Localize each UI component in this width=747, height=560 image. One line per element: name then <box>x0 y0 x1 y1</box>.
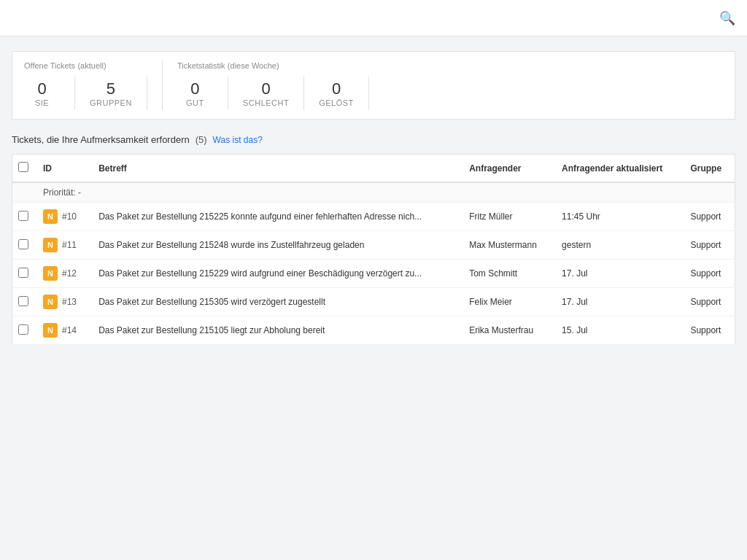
ticket-table: ID Betreff Anfragender Anfragender aktua… <box>12 154 735 345</box>
row-updated-cell-3: 17. Jul <box>553 288 681 316</box>
stat-gruppen-label: GRUPPEN <box>90 98 132 107</box>
row-id-cell: N #13 <box>34 288 90 316</box>
stat-gut-value: 0 <box>190 79 199 98</box>
table-header-row: ID Betreff Anfragender Anfragender aktua… <box>12 155 735 183</box>
row-updated-cell-1: gestern <box>553 231 681 260</box>
row-id-cell: N #11 <box>34 231 90 260</box>
stats-divider <box>162 61 163 110</box>
stat-schlecht-value: 0 <box>261 79 270 98</box>
row-requester-cell-0: Fritz Müller <box>460 203 553 231</box>
col-updated: Anfragender aktualisiert <box>553 155 681 183</box>
ticket-subject-1: Das Paket zur Bestellung 215248 wurde in… <box>98 240 364 250</box>
open-tickets-title: Offene Tickets <box>24 61 75 70</box>
table-row[interactable]: N #12 Das Paket zur Bestellung 215229 wi… <box>12 260 735 288</box>
stat-gruppen: 5 GRUPPEN <box>75 77 147 110</box>
row-group-cell-1: Support <box>681 231 735 260</box>
search-icon[interactable]: 🔍 <box>719 10 735 26</box>
row-checkbox-cell <box>12 260 35 288</box>
stats-row: Offene Tickets (aktuell) 0 SIE 5 GRUPPEN… <box>12 51 735 120</box>
attention-section-header: Tickets, die Ihre Aufmerksamkeit erforde… <box>12 134 735 145</box>
col-requester: Anfragender <box>460 155 553 183</box>
row-subject-cell-4: Das Paket zur Bestellung 215105 liegt zu… <box>90 316 460 345</box>
ticket-stats-title: Ticketstatistik <box>177 61 225 70</box>
ticket-stats-label: Ticketstatistik (diese Woche) <box>177 61 369 71</box>
row-subject-cell-2: Das Paket zur Bestellung 215229 wird auf… <box>90 260 460 288</box>
ticket-id-4: #14 <box>62 325 77 335</box>
row-requester-cell-4: Erika Musterfrau <box>460 316 553 345</box>
row-updated-cell-0: 11:45 Uhr <box>553 203 681 231</box>
main-content: Offene Tickets (aktuell) 0 SIE 5 GRUPPEN… <box>0 36 747 359</box>
stat-sie: 0 SIE <box>24 77 75 110</box>
table-row[interactable]: N #13 Das Paket zur Bestellung 215305 wi… <box>12 288 735 316</box>
ticket-id-3: #13 <box>62 297 77 307</box>
badge-n-0: N <box>43 209 58 224</box>
table-row[interactable]: N #11 Das Paket zur Bestellung 215248 wu… <box>12 231 735 260</box>
stat-gut: 0 GUT <box>177 77 228 110</box>
row-subject-cell-1: Das Paket zur Bestellung 215248 wurde in… <box>90 231 460 260</box>
row-requester-cell-1: Max Mustermann <box>460 231 553 260</box>
row-checkbox-0[interactable] <box>18 211 28 221</box>
ticket-stats-section: Ticketstatistik (diese Woche) 0 GUT 0 SC… <box>177 61 369 110</box>
ticket-id-2: #12 <box>62 268 77 279</box>
ticket-stats-sublabel: (diese Woche) <box>228 61 279 70</box>
ticket-subject-0: Das Paket zur Bestellung 215225 konnte a… <box>98 211 422 222</box>
top-bar: 🔍 <box>0 0 747 36</box>
row-checkbox-cell <box>12 316 35 345</box>
stat-schlecht: 0 SCHLECHT <box>228 77 304 110</box>
priority-row: Priorität: - <box>12 182 735 203</box>
col-id: ID <box>34 155 90 183</box>
open-tickets-section: Offene Tickets (aktuell) 0 SIE 5 GRUPPEN <box>24 61 147 110</box>
ticket-id-0: #10 <box>62 211 77 222</box>
badge-n-3: N <box>43 295 58 309</box>
col-group: Gruppe <box>681 155 735 183</box>
col-checkbox <box>12 155 35 183</box>
ticket-subject-4: Das Paket zur Bestellung 215105 liegt zu… <box>98 325 325 335</box>
row-checkbox-3[interactable] <box>18 296 28 306</box>
row-checkbox-cell <box>12 203 35 231</box>
open-tickets-sublabel: (aktuell) <box>77 61 106 70</box>
row-updated-cell-2: 17. Jul <box>553 260 681 288</box>
row-checkbox-2[interactable] <box>18 268 28 278</box>
row-group-cell-4: Support <box>681 316 735 345</box>
row-id-cell: N #12 <box>34 260 90 288</box>
open-tickets-label: Offene Tickets (aktuell) <box>24 61 147 71</box>
attention-count: (5) <box>196 134 207 145</box>
row-group-cell-2: Support <box>681 260 735 288</box>
row-checkbox-cell <box>12 288 35 316</box>
select-all-checkbox[interactable] <box>18 162 28 172</box>
row-requester-cell-3: Felix Meier <box>460 288 553 316</box>
ticket-stats-items: 0 GUT 0 SCHLECHT 0 GELÖST <box>177 77 369 110</box>
row-updated-cell-4: 15. Jul <box>553 316 681 345</box>
stat-schlecht-label: SCHLECHT <box>243 98 289 107</box>
row-checkbox-cell <box>12 231 35 260</box>
stat-gelost: 0 GELÖST <box>304 77 369 110</box>
attention-title: Tickets, die Ihre Aufmerksamkeit erforde… <box>12 134 190 145</box>
table-row[interactable]: N #14 Das Paket zur Bestellung 215105 li… <box>12 316 735 345</box>
table-row[interactable]: N #10 Das Paket zur Bestellung 215225 ko… <box>12 203 735 231</box>
row-checkbox-1[interactable] <box>18 239 28 249</box>
was-ist-das-link[interactable]: Was ist das? <box>213 135 263 145</box>
row-id-cell: N #10 <box>34 203 90 231</box>
row-subject-cell-0: Das Paket zur Bestellung 215225 konnte a… <box>90 203 460 231</box>
col-subject: Betreff <box>90 155 460 183</box>
stat-gelost-value: 0 <box>332 79 341 98</box>
badge-n-4: N <box>43 323 58 338</box>
badge-n-2: N <box>43 266 58 281</box>
stat-sie-value: 0 <box>37 79 46 98</box>
open-tickets-items: 0 SIE 5 GRUPPEN <box>24 77 147 110</box>
stat-gelost-label: GELÖST <box>319 98 354 107</box>
row-requester-cell-2: Tom Schmitt <box>460 260 553 288</box>
row-group-cell-0: Support <box>681 203 735 231</box>
priority-label: Priorität: - <box>34 182 735 203</box>
row-checkbox-4[interactable] <box>18 324 28 335</box>
stat-sie-label: SIE <box>35 98 49 107</box>
stat-gruppen-value: 5 <box>107 79 115 98</box>
ticket-subject-3: Das Paket zur Bestellung 215305 wird ver… <box>98 297 325 307</box>
stat-gut-label: GUT <box>186 98 204 107</box>
row-id-cell: N #14 <box>34 316 90 345</box>
ticket-id-1: #11 <box>62 240 77 250</box>
row-group-cell-3: Support <box>681 288 735 316</box>
ticket-subject-2: Das Paket zur Bestellung 215229 wird auf… <box>98 268 422 279</box>
row-subject-cell-3: Das Paket zur Bestellung 215305 wird ver… <box>90 288 460 316</box>
badge-n-1: N <box>43 238 58 252</box>
